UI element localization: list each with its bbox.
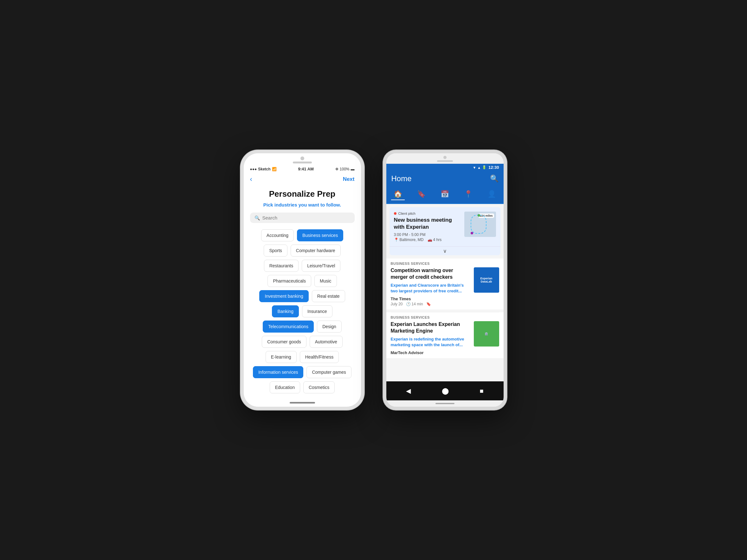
tab-bookmarks[interactable]: 🔖 [415, 189, 428, 200]
duration-text: 4 hrs [433, 238, 442, 242]
duration-meta: 🚗 4 hrs [428, 238, 442, 242]
tag-computer-hardware[interactable]: Computer hardware [291, 244, 341, 257]
search-icon: 🔍 [255, 215, 260, 220]
wifi-icon: ▼ [472, 166, 476, 169]
ios-notch [244, 153, 361, 165]
news-headline-2: Experian Launches Experian Marketing Eng… [391, 321, 470, 335]
card-meta-row: 📍 Baltimore, MD 🚗 4 hrs [394, 238, 461, 242]
tag-accounting[interactable]: Accounting [261, 229, 294, 241]
android-camera [443, 156, 446, 159]
next-button[interactable]: Next [343, 176, 355, 182]
ios-main: Personalize Prep Pick industries you wan… [244, 186, 361, 399]
news-item-1: BUSINESS SERVICES Competition warning ov… [386, 259, 504, 310]
tag-information-services[interactable]: Information services [253, 366, 303, 378]
android-search-button[interactable]: 🔍 [490, 175, 498, 183]
news-time-icon: 🕐 14 min [406, 302, 423, 306]
tag-insurance[interactable]: Insurance [302, 305, 332, 317]
tag-health-fitness[interactable]: Health/Fitness [300, 351, 339, 363]
tag-banking[interactable]: Banking [272, 305, 299, 317]
map-preview: 224 miles [464, 212, 496, 237]
news-readtime-1: 14 min [412, 302, 423, 306]
tag-consumer-goods[interactable]: Consumer goods [262, 336, 307, 348]
android-bottom-bar [386, 400, 504, 407]
tag-restaurants[interactable]: Restaurants [264, 260, 299, 272]
badge-dot [394, 212, 396, 215]
tag-telecommunications[interactable]: Telecommunications [263, 321, 314, 332]
tag-sports[interactable]: Sports [264, 244, 287, 257]
network-label: Sketch [258, 167, 271, 171]
news-item-content-2: Experian Launches Experian Marketing Eng… [391, 321, 499, 355]
tag-investment-banking[interactable]: Investment banking [259, 290, 308, 302]
search-bar[interactable]: 🔍 [250, 213, 355, 223]
ios-speaker [293, 162, 312, 163]
android-status-icons: ▼ ▲ 🔋 [472, 165, 487, 169]
ios-home-bar [290, 402, 315, 403]
tab-profile[interactable]: 👤 [485, 189, 498, 200]
news-item-content-1: Competition warning over merger of credi… [391, 267, 499, 306]
android-status-bar: ▼ ▲ 🔋 12:30 [386, 164, 504, 171]
ios-status-left: ●●● Sketch 📶 [250, 167, 277, 171]
news-snippet-highlight-2: Experian [391, 337, 408, 342]
tag-computer-games[interactable]: Computer games [307, 366, 351, 378]
news-text-2: Experian Launches Experian Marketing Eng… [391, 321, 470, 355]
card-time: 3:00 PM - 5:00 PM [394, 233, 461, 237]
android-back-button[interactable]: ◀ [401, 386, 416, 396]
tab-home[interactable]: 🏠 [391, 189, 405, 200]
battery-icon: 🔋 [482, 165, 487, 169]
car-icon: 🚗 [428, 238, 432, 242]
ios-nav: ‹ Next [244, 172, 361, 186]
tag-leisure-travel[interactable]: Leisure/Travel [302, 260, 340, 272]
battery-icon: ▬ [351, 167, 355, 171]
location-meta: 📍 Baltimore, MD [394, 238, 424, 242]
android-header-title: Home [391, 174, 412, 183]
phones-container: ●●● Sketch 📶 9:41 AM ✻ 100% ▬ ‹ Next Per… [240, 150, 507, 410]
card-badge: Client pitch [394, 212, 461, 215]
news-category-1: BUSINESS SERVICES [391, 262, 499, 265]
news-category-2: BUSINESS SERVICES [391, 316, 499, 319]
tag-design[interactable]: Design [317, 321, 342, 332]
news-snippet-highlight-1: Experian [391, 283, 408, 288]
news-source-2: MarTech Advisor [391, 350, 470, 355]
battery-label: 100% [340, 167, 350, 171]
page-subtitle: Pick industries you want to follow. [250, 202, 355, 208]
android-nav-tabs: 🏠 🔖 📅 📍 👤 [386, 187, 504, 204]
news-footer-1: July 20 🕐 14 min 🔖 [391, 302, 470, 306]
tag-business-services[interactable]: Business services [297, 229, 343, 241]
tab-location[interactable]: 📍 [461, 189, 475, 200]
news-date-1: July 20 [391, 302, 403, 306]
page-title: Personalize Prep [250, 189, 355, 199]
news-img-label-2: 🏛️ [483, 331, 489, 337]
card-expand-chevron[interactable]: ∨ [389, 246, 500, 255]
tag-real-estate[interactable]: Real estate [312, 290, 345, 302]
android-bottom-nav: ◀ ⬤ ■ [386, 381, 504, 400]
tab-calendar[interactable]: 📅 [438, 189, 452, 200]
android-home-button[interactable]: ⬤ [437, 386, 454, 396]
tag-automotive[interactable]: Automotive [310, 336, 342, 348]
ios-camera [301, 157, 304, 160]
tag-pharmaceuticals[interactable]: Pharmaceuticals [267, 275, 311, 287]
news-source-1: The Times [391, 296, 470, 301]
tag-music[interactable]: Music [314, 275, 337, 287]
signal-icon: ●●● [250, 167, 257, 171]
back-button[interactable]: ‹ [250, 175, 252, 183]
bookmark-icon[interactable]: 🔖 [426, 302, 431, 306]
android-phone: ▼ ▲ 🔋 12:30 Home 🔍 🏠 🔖 📅 📍 👤 [383, 150, 507, 410]
android-recent-button[interactable]: ■ [475, 386, 489, 396]
location-icon: 📍 [394, 238, 399, 242]
map-road [471, 215, 487, 234]
map-start-dot [478, 214, 480, 217]
news-image-2: 🏛️ [474, 321, 499, 347]
tag-education[interactable]: Education [270, 381, 300, 393]
location-text: Baltimore, MD [400, 238, 424, 242]
highlight-industries: industries [275, 202, 297, 208]
tag-cosmetics[interactable]: Cosmetics [303, 381, 335, 393]
ios-status-bar: ●●● Sketch 📶 9:41 AM ✻ 100% ▬ [244, 165, 361, 172]
tags-container: AccountingBusiness servicesSportsCompute… [250, 229, 355, 393]
news-headline-1: Competition warning over merger of credi… [391, 267, 470, 281]
search-input[interactable] [262, 215, 350, 220]
calendar-card[interactable]: Client pitch New business meeting with E… [389, 207, 500, 255]
tag-e-learning[interactable]: E-learning [265, 351, 297, 363]
wifi-icon: 📶 [272, 167, 277, 171]
ios-time: 9:41 AM [298, 167, 314, 171]
android-header: Home 🔍 [386, 171, 504, 187]
